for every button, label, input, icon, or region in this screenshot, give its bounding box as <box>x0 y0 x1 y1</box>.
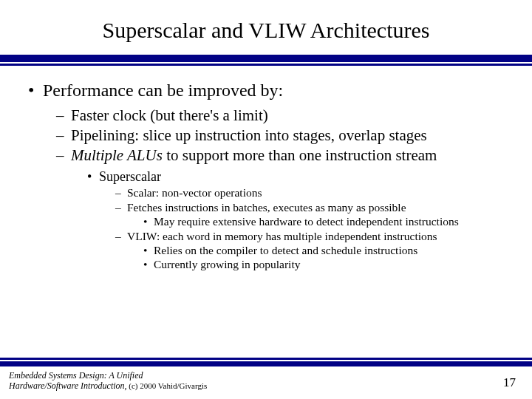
footer-line2-pre: Hardware/Software Introduction, <box>9 381 127 391</box>
bullet-l4b-text: Fetches instructions in batches, execute… <box>127 201 406 214</box>
bullet-l4b: Fetches instructions in batches, execute… <box>115 201 510 228</box>
bullet-l2c: Multiple ALUs to support more than one i… <box>56 146 510 271</box>
slide-title: Superscalar and VLIW Architectures <box>0 0 532 50</box>
bullet-l2c-rest: to support more than one instruction str… <box>163 146 437 164</box>
bullet-l1: Performance can be improved by: Faster c… <box>28 81 510 271</box>
bullet-l2b: Pipelining: slice up instruction into st… <box>56 126 510 145</box>
page-number: 17 <box>503 375 516 390</box>
slide: Superscalar and VLIW Architectures Perfo… <box>0 0 532 399</box>
bullet-l2a: Faster clock (but there's a limit) <box>56 106 510 125</box>
bullet-l2-list: Faster clock (but there's a limit) Pipel… <box>56 106 510 271</box>
bullet-l5a: May require extensive hardware to detect… <box>143 215 510 228</box>
footer-rule-thin <box>0 358 532 360</box>
footer-text: Embedded Systems Design: A Unified Hardw… <box>0 366 532 399</box>
bullet-list: Performance can be improved by: Faster c… <box>28 81 510 271</box>
footer-rule-thick <box>0 361 532 366</box>
bullet-l4-list: Scalar: non-vector operations Fetches in… <box>115 186 510 271</box>
bullet-l4c-text: VLIW: each word in memory has multiple i… <box>127 230 437 242</box>
bullet-l3a-text: Superscalar <box>99 169 161 184</box>
bullet-l5-list-a: May require extensive hardware to detect… <box>143 215 510 228</box>
bullet-l4a: Scalar: non-vector operations <box>115 186 510 200</box>
bullet-l1-text: Performance can be improved by: <box>43 81 283 100</box>
bullet-l5b: Relies on the compiler to detect and sch… <box>143 244 510 257</box>
bullet-l5-list-b: Relies on the compiler to detect and sch… <box>143 244 510 271</box>
footer-line1: Embedded Systems Design: A Unified <box>9 370 143 381</box>
bullet-l5c: Currently growing in popularity <box>143 258 510 271</box>
bullet-l3-list: Superscalar Scalar: non-vector operation… <box>87 169 510 271</box>
bullet-l3a: Superscalar Scalar: non-vector operation… <box>87 169 510 271</box>
bullet-l2c-em: Multiple ALUs <box>71 146 163 164</box>
bullet-l4c: VLIW: each word in memory has multiple i… <box>115 230 510 271</box>
content-area: Performance can be improved by: Faster c… <box>0 66 532 271</box>
title-rule-thick <box>0 55 532 62</box>
footer-line2-post: (c) 2000 Vahid/Givargis <box>127 381 208 390</box>
footer: Embedded Systems Design: A Unified Hardw… <box>0 358 532 399</box>
